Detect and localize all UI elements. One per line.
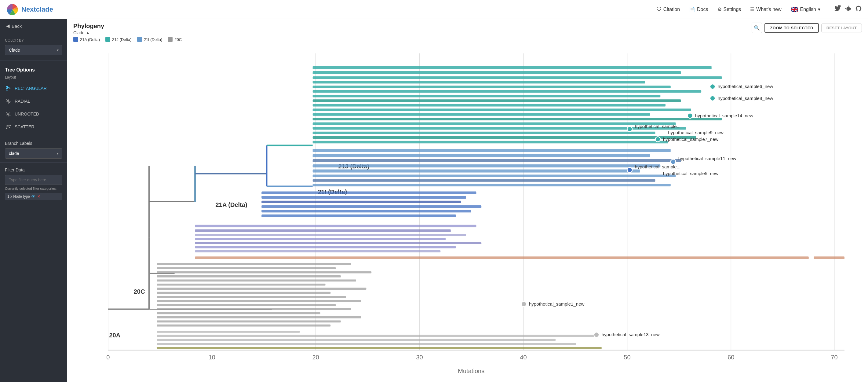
layout-radial[interactable]: RADIAL	[0, 95, 67, 108]
nav-whats-new-label: What's new	[756, 7, 781, 12]
nav-docs-label: Docs	[697, 7, 708, 12]
nav-docs[interactable]: 📄 Docs	[689, 6, 708, 12]
svg-text:30: 30	[416, 354, 423, 361]
sort-up-icon: ▲	[86, 30, 90, 35]
logo-icon	[6, 3, 19, 16]
back-button[interactable]: ◀ Back	[0, 19, 67, 33]
scatter-icon	[5, 123, 11, 130]
svg-point-19	[6, 128, 7, 129]
svg-text:hypothetical_sample11_new: hypothetical_sample11_new	[678, 156, 736, 161]
app-body: ◀ Back Color By Clade Country Date QC St…	[0, 19, 868, 382]
filter-eye-icon[interactable]: 👁	[31, 194, 35, 199]
tree-area[interactable]: .axis-text { font-size: 12px; fill: #666…	[67, 42, 868, 382]
svg-rect-60	[313, 66, 712, 69]
svg-text:hypothetical_sample6_new: hypothetical_sample6_new	[718, 84, 773, 89]
nav-settings[interactable]: ⚙ Settings	[717, 6, 741, 12]
svg-text:hypothetical_sample1_new: hypothetical_sample1_new	[529, 301, 585, 306]
svg-text:70: 70	[831, 354, 837, 361]
svg-line-17	[8, 114, 10, 116]
svg-text:20C: 20C	[134, 288, 145, 295]
svg-text:Mutations: Mutations	[458, 368, 485, 374]
svg-rect-113	[195, 250, 441, 253]
app-header: Nextclade 🛡 Citation 📄 Docs ⚙ Settings ☰…	[0, 0, 868, 19]
filter-delete-icon[interactable]: ✕	[37, 194, 40, 199]
nav-language[interactable]: 🇬🇧 English ▾	[791, 6, 820, 13]
svg-rect-71	[313, 118, 722, 120]
svg-rect-140	[157, 347, 602, 349]
svg-text:hypothetical_sample9_new: hypothetical_sample9_new	[668, 130, 723, 135]
reset-layout-button[interactable]: RESET LAYOUT	[821, 24, 862, 32]
svg-text:hypothetical_sample7_new: hypothetical_sample7_new	[663, 137, 719, 142]
phylogeny-title-area: Phylogeny Clade ▲ 21A (Delta) 21J (Delta…	[73, 23, 182, 42]
svg-rect-116	[157, 263, 351, 265]
svg-rect-90	[313, 159, 681, 162]
svg-point-21	[9, 127, 10, 128]
svg-rect-109	[195, 234, 466, 236]
svg-rect-125	[157, 300, 361, 302]
svg-point-83	[627, 126, 632, 132]
sidebar: ◀ Back Color By Clade Country Date QC St…	[0, 19, 67, 382]
color-by-select[interactable]: Clade Country Date QC Status	[5, 45, 62, 55]
selected-filter-label: Currently selected filter categories:	[5, 185, 62, 192]
svg-rect-111	[195, 242, 482, 244]
svg-line-15	[8, 113, 10, 114]
back-arrow-icon: ◀	[6, 23, 10, 29]
phylogeny-header: Phylogeny Clade ▲ 21A (Delta) 21J (Delta…	[67, 19, 868, 42]
svg-point-22	[10, 125, 11, 126]
svg-rect-64	[313, 86, 671, 88]
color-by-label: Color By	[5, 38, 62, 42]
phylogeny-svg: .axis-text { font-size: 12px; fill: #666…	[67, 42, 865, 382]
svg-text:hypothetical_sample...: hypothetical_sample...	[635, 164, 681, 169]
svg-rect-107	[195, 225, 476, 227]
svg-rect-121	[157, 284, 326, 286]
social-icons	[834, 5, 862, 14]
nav-whats-new[interactable]: ☰ What's new	[750, 6, 781, 12]
svg-rect-120	[157, 280, 356, 282]
svg-rect-134	[157, 331, 300, 333]
svg-rect-112	[195, 246, 456, 248]
color-by-section: Color By Clade Country Date QC Status	[0, 33, 67, 58]
layout-unrooted[interactable]: UNROOTED	[0, 108, 67, 120]
unrooted-icon	[5, 111, 11, 117]
svg-text:20A: 20A	[109, 332, 120, 339]
docker-icon[interactable]	[845, 5, 851, 14]
svg-rect-75	[313, 136, 696, 139]
twitter-icon[interactable]	[834, 5, 841, 14]
scatter-label: SCATTER	[15, 124, 34, 129]
rectangular-icon	[5, 85, 11, 92]
svg-rect-72	[313, 122, 676, 125]
branch-labels-select[interactable]: clade none	[5, 148, 62, 158]
svg-rect-93	[313, 175, 676, 177]
layout-scatter[interactable]: SCATTER	[0, 120, 67, 133]
filter-input[interactable]	[5, 175, 62, 185]
svg-rect-124	[157, 296, 346, 298]
logo-link[interactable]: Nextclade	[6, 3, 53, 16]
svg-point-79	[710, 96, 715, 101]
svg-rect-115	[814, 256, 844, 259]
branch-labels-title: Branch Labels	[5, 141, 62, 146]
svg-point-77	[710, 84, 715, 89]
svg-rect-63	[313, 81, 645, 83]
svg-rect-76	[313, 141, 668, 143]
legend-item-21a: 21A (Delta)	[73, 37, 100, 42]
svg-line-13	[8, 101, 10, 103]
svg-rect-126	[157, 304, 336, 306]
github-icon[interactable]	[855, 5, 862, 14]
layout-rectangular[interactable]: RECTANGULAR	[0, 82, 67, 95]
svg-rect-88	[313, 149, 671, 152]
svg-rect-102	[261, 196, 466, 199]
tree-search-button[interactable]: 🔍	[752, 23, 762, 33]
zoom-to-selected-button[interactable]: ZOOM TO SELECTED	[765, 23, 818, 33]
svg-rect-131	[157, 325, 331, 327]
svg-rect-66	[313, 95, 661, 97]
svg-rect-95	[313, 184, 671, 186]
clade-sort[interactable]: Clade ▲	[73, 30, 182, 35]
svg-point-7	[8, 100, 9, 102]
svg-rect-2	[847, 8, 848, 9]
legend-label-20c: 20C	[175, 37, 182, 42]
svg-rect-103	[261, 201, 461, 203]
unrooted-label: UNROOTED	[15, 112, 39, 116]
nav-citation[interactable]: 🛡 Citation	[657, 7, 680, 12]
svg-text:20: 20	[312, 354, 319, 361]
svg-rect-69	[313, 109, 691, 111]
